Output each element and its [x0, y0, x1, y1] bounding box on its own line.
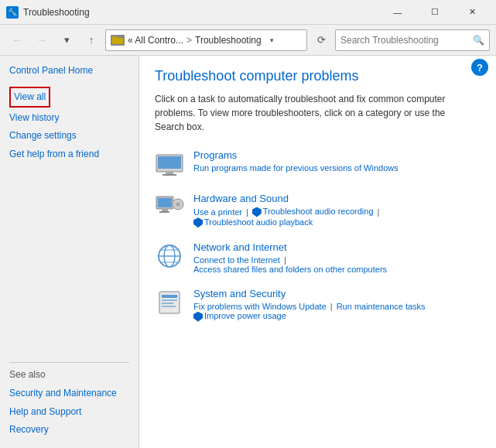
path-prefix: « All Contro...	[128, 35, 183, 46]
network-link-1[interactable]: Access shared files and folders on other…	[193, 265, 387, 274]
svg-rect-7	[158, 198, 172, 207]
category-security: System and Security Fix problems with Wi…	[155, 288, 481, 322]
security-name[interactable]: System and Security	[193, 288, 426, 299]
svg-rect-8	[162, 209, 168, 211]
svg-rect-21	[162, 303, 173, 304]
title-bar: 🔧 Troubleshooting — ☐ ✕	[0, 0, 496, 25]
security-link-1[interactable]: Run maintenance tasks	[337, 302, 426, 311]
category-hardware: Hardware and Sound Use a printer | Troub…	[155, 193, 481, 227]
up-button[interactable]: ↑	[80, 29, 102, 51]
page-description: Click on a task to automatically trouble…	[155, 92, 464, 134]
programs-name[interactable]: Programs	[193, 149, 399, 161]
page-title: Troubleshoot computer problems	[155, 68, 481, 84]
address-bar: ← → ▾ ↑ « All Contro... > Troubleshootin…	[0, 25, 496, 56]
svg-rect-1	[112, 36, 117, 39]
restore-button[interactable]: ☐	[417, 0, 453, 25]
shield-icon-audio-rec	[252, 207, 262, 217]
window-title: Troubleshooting	[23, 7, 380, 18]
sidebar-link-change-settings[interactable]: Change settings	[9, 127, 129, 145]
sidebar-link-security[interactable]: Security and Maintenance	[9, 385, 129, 402]
shield-icon-power	[193, 312, 203, 322]
programs-icon	[155, 149, 184, 179]
app-icon: 🔧	[6, 6, 19, 19]
dropdown-button[interactable]: ▾	[56, 29, 77, 51]
sidebar-link-view-history[interactable]: View history	[9, 109, 129, 127]
search-box[interactable]: 🔍	[335, 29, 490, 51]
search-input[interactable]	[340, 35, 473, 46]
category-programs: Programs Run programs made for previous …	[155, 149, 481, 179]
hardware-name[interactable]: Hardware and Sound	[193, 193, 381, 204]
back-button[interactable]: ←	[6, 29, 28, 51]
network-name[interactable]: Network and Internet	[193, 241, 387, 253]
programs-text: Programs Run programs made for previous …	[193, 149, 399, 173]
programs-link-0[interactable]: Run programs made for previous versions …	[193, 163, 399, 173]
close-button[interactable]: ✕	[454, 0, 490, 25]
security-icon	[155, 288, 184, 317]
path-icon	[111, 35, 125, 46]
svg-rect-5	[162, 174, 176, 176]
main-layout: Control Panel Home View all View history…	[0, 56, 496, 448]
forward-button[interactable]: →	[31, 29, 53, 51]
security-text: System and Security Fix problems with Wi…	[193, 288, 426, 322]
hardware-link-2[interactable]: Troubleshoot audio playback	[204, 217, 313, 227]
refresh-button[interactable]: ⟳	[310, 29, 332, 51]
path-separator: >	[186, 35, 192, 46]
hardware-links: Use a printer | Troubleshoot audio recor…	[193, 207, 381, 217]
svg-rect-22	[162, 306, 176, 307]
shield-icon-audio-play	[193, 217, 203, 227]
search-icon[interactable]: 🔍	[473, 35, 484, 46]
hardware-text: Hardware and Sound Use a printer | Troub…	[193, 193, 381, 227]
svg-point-12	[177, 203, 180, 206]
network-text: Network and Internet Connect to the Inte…	[193, 241, 387, 274]
network-icon	[155, 241, 184, 271]
sidebar: Control Panel Home View all View history…	[0, 56, 139, 448]
sidebar-link-get-help[interactable]: Get help from a friend	[9, 145, 129, 163]
sidebar-link-view-all[interactable]: View all	[9, 87, 50, 108]
sidebar-link-recovery[interactable]: Recovery	[9, 421, 129, 439]
hardware-icon	[155, 193, 184, 222]
programs-links: Run programs made for previous versions …	[193, 163, 399, 173]
window-controls: — ☐ ✕	[380, 0, 490, 25]
sidebar-link-help[interactable]: Help and Support	[9, 403, 129, 421]
hardware-link-0[interactable]: Use a printer	[193, 207, 242, 217]
network-link-0[interactable]: Connect to the Internet	[193, 255, 280, 265]
address-path[interactable]: « All Contro... > Troubleshooting ▾	[105, 29, 307, 51]
svg-rect-4	[166, 172, 173, 174]
security-link-2[interactable]: Improve power usage	[204, 311, 286, 320]
hardware-links-2: Troubleshoot audio playback	[193, 217, 381, 228]
control-panel-home-link[interactable]: Control Panel Home	[9, 65, 129, 76]
path-current: Troubleshooting	[195, 35, 262, 46]
network-links: Connect to the Internet |	[193, 255, 387, 265]
network-links-2: Access shared files and folders on other…	[193, 265, 387, 274]
category-network: Network and Internet Connect to the Inte…	[155, 241, 481, 274]
hardware-link-1[interactable]: Troubleshoot audio recording	[263, 207, 374, 216]
svg-rect-9	[159, 211, 169, 213]
content-area: Troubleshoot computer problems Click on …	[139, 56, 496, 448]
see-also-title: See also	[9, 369, 129, 380]
security-links: Fix problems with Windows Update | Run m…	[193, 302, 426, 311]
minimize-button[interactable]: —	[380, 0, 416, 25]
svg-rect-19	[162, 295, 177, 298]
security-links-2: Improve power usage	[193, 311, 426, 322]
svg-rect-0	[112, 38, 123, 44]
security-link-0[interactable]: Fix problems with Windows Update	[193, 302, 327, 311]
svg-rect-20	[162, 299, 177, 301]
path-dropdown-button[interactable]: ▾	[265, 29, 280, 51]
svg-rect-3	[158, 156, 181, 169]
sidebar-divider	[9, 362, 129, 363]
